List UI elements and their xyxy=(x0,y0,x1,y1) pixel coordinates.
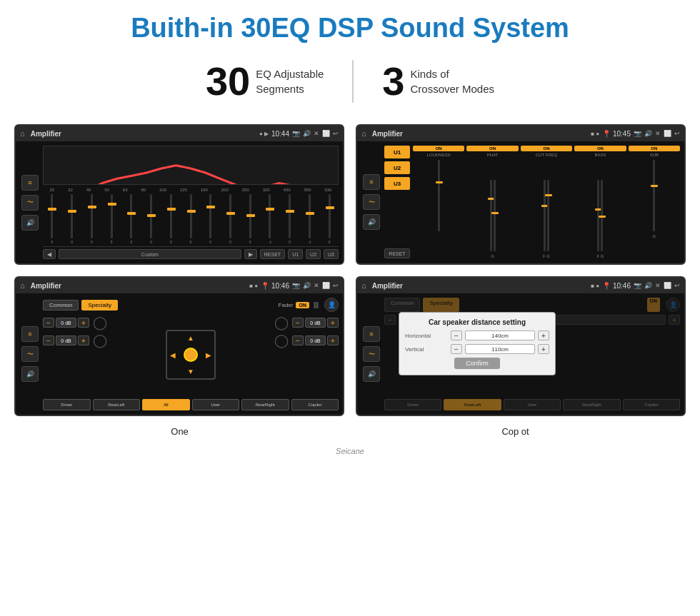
screen3-time: 📍 10:46 xyxy=(261,282,289,290)
eq-slider-3[interactable]: 0 xyxy=(82,194,101,244)
eq-side-btn3[interactable]: 🔊 xyxy=(21,215,39,231)
eq-reset-btn[interactable]: RESET xyxy=(260,249,285,259)
back-icon-2[interactable]: ↩ xyxy=(674,130,680,137)
eq-u1-btn[interactable]: U1 xyxy=(288,249,303,259)
fader-side-btn2[interactable]: 〜 xyxy=(21,346,39,362)
home-icon-4[interactable]: ⌂ xyxy=(361,281,366,290)
tab-specialty[interactable]: Specialty xyxy=(81,300,117,310)
home-icon[interactable]: ⌂ xyxy=(20,129,25,138)
tab4-specialty: Specialty xyxy=(423,298,459,312)
confirm-button[interactable]: Confirm xyxy=(454,358,500,369)
back-icon-3[interactable]: ↩ xyxy=(333,282,339,289)
dist-h-plus[interactable]: + xyxy=(538,330,549,340)
cx-side-btn3[interactable]: 🔊 xyxy=(363,214,380,230)
fader-controls-right: ◯ − 0 dB + ◯ − 0 dB + xyxy=(274,315,339,395)
db-plus-3[interactable]: + xyxy=(327,318,339,328)
dist-v-val: 110cm xyxy=(465,344,535,354)
screen1-time: 10:44 xyxy=(271,130,289,138)
cx-reset-btn[interactable]: RESET xyxy=(384,248,410,258)
eq-slider-4[interactable]: 5 xyxy=(102,194,121,244)
back-icon[interactable]: ↩ xyxy=(333,130,339,137)
cx-side-btn1[interactable]: ≡ xyxy=(363,174,380,190)
fader-controls-left: − 0 dB + ◯ − 0 dB + ◯ xyxy=(43,315,107,395)
eq-slider-14[interactable]: -1 xyxy=(301,194,319,244)
home-icon-3[interactable]: ⌂ xyxy=(20,281,25,290)
screen-eq: ⌂ Amplifier ● ▶ 10:44 📷 🔊 ✕ ⬜ ↩ ≡ 〜 🔊 xyxy=(14,124,344,265)
cx-on-sub[interactable]: ON xyxy=(629,146,680,151)
eq-slider-1[interactable]: 0 xyxy=(43,194,61,244)
screen1-content: ≡ 〜 🔊 25 32 40 50 63 80 xyxy=(16,141,343,263)
eq-slider-10[interactable]: 0 xyxy=(221,194,240,244)
home-icon-2[interactable]: ⌂ xyxy=(361,129,366,138)
screen-crossover: ⌂ Amplifier ■ ● 📍 10:45 📷 🔊 ✕ ⬜ ↩ ≡ 〜 🔊 … xyxy=(356,124,686,265)
eq-slider-5[interactable]: 0 xyxy=(122,194,141,244)
freq-25: 25 xyxy=(49,188,54,192)
eq-slider-13[interactable]: 0 xyxy=(281,194,299,244)
eq-slider-11[interactable]: 0 xyxy=(241,194,259,244)
btn-all[interactable]: All xyxy=(142,399,190,410)
fullscreen-icon-4: ⬜ xyxy=(664,282,671,289)
btn-copilot[interactable]: Copilot xyxy=(291,399,339,410)
eq-bottom-bar: ◀ Custom ▶ RESET U1 U2 U3 xyxy=(43,246,339,259)
fader-side-btn1[interactable]: ≡ xyxy=(21,326,39,342)
cx-u1-btn[interactable]: U1 xyxy=(384,146,410,158)
cx-u2-btn[interactable]: U2 xyxy=(384,161,410,174)
fader-bottom-btns: Driver RearLeft All User RearRight Copil… xyxy=(43,399,339,410)
db-plus-4[interactable]: + xyxy=(327,335,339,345)
speaker-rr-icon: ◯ xyxy=(274,333,289,348)
eq-slider-6[interactable]: 0 xyxy=(142,194,161,244)
eq-slider-12[interactable]: -1 xyxy=(261,194,279,244)
stats-row: 30 EQ AdjustableSegments 3 Kinds ofCross… xyxy=(0,51,700,117)
btn-driver[interactable]: Driver xyxy=(43,399,91,410)
btn-user[interactable]: User xyxy=(192,399,240,410)
dist-side-btn3[interactable]: 🔊 xyxy=(363,366,380,382)
cx-u3-btn[interactable]: U3 xyxy=(384,177,410,190)
back-icon-4[interactable]: ↩ xyxy=(674,282,680,289)
screen3-content: ≡ 〜 🔊 Common Specialty Fader ON ||| 👤 − xyxy=(16,293,343,415)
dist-h-minus[interactable]: − xyxy=(451,330,462,340)
joystick-right-arrow: ▶ xyxy=(206,351,211,359)
eq-side-btn2[interactable]: 〜 xyxy=(21,195,39,211)
fader-person-icon[interactable]: 👤 xyxy=(324,298,339,312)
eq-slider-8[interactable]: 0 xyxy=(181,194,200,244)
dist-side-btn2[interactable]: 〜 xyxy=(363,346,380,362)
eq-slider-7[interactable]: 0 xyxy=(161,194,180,244)
cx-side-btn2[interactable]: 〜 xyxy=(363,194,380,210)
db-minus-2[interactable]: − xyxy=(43,335,54,345)
btn-rear-left[interactable]: RearLeft xyxy=(93,399,141,410)
eq-u2-btn[interactable]: U2 xyxy=(306,249,321,259)
dist-v-minus[interactable]: − xyxy=(451,344,462,354)
db-minus-1[interactable]: − xyxy=(43,318,54,328)
db-minus-4[interactable]: − xyxy=(292,335,304,345)
joystick-up-arrow: ▲ xyxy=(187,334,194,342)
btn4-copilot: Copilot xyxy=(623,399,680,410)
cx-on-bass[interactable]: ON xyxy=(574,146,626,151)
fader-on-toggle[interactable]: ON xyxy=(296,302,309,308)
joystick[interactable]: ▲ ▼ ◀ ▶ xyxy=(166,330,216,380)
crossover-left-btns: U1 U2 U3 RESET xyxy=(384,146,410,258)
eq-side-btn1[interactable]: ≡ xyxy=(21,175,39,191)
eq-next-btn[interactable]: ▶ xyxy=(244,249,257,259)
db-plus-1[interactable]: + xyxy=(78,318,89,328)
cx-on-cutfreq[interactable]: ON xyxy=(521,146,572,151)
crossover-text: Kinds ofCrossover Modes xyxy=(410,66,494,96)
eq-slider-2[interactable]: 0 xyxy=(63,194,81,244)
cx-on-phat[interactable]: ON xyxy=(466,146,518,151)
tab-common[interactable]: Common xyxy=(43,300,79,310)
cx-on-loudness[interactable]: ON xyxy=(413,146,464,151)
dist-side-btn1[interactable]: ≡ xyxy=(363,326,380,342)
crossover-main: U1 U2 U3 RESET ON LOUDNESS xyxy=(384,146,680,258)
screen4-side-controls: ≡ 〜 🔊 xyxy=(361,298,381,410)
eq-slider-9[interactable]: 0 xyxy=(201,194,220,244)
screen4-bar-icons: 📷 🔊 ✕ ⬜ ↩ xyxy=(634,282,680,289)
db-minus-3[interactable]: − xyxy=(292,318,304,328)
eq-u3-btn[interactable]: U3 xyxy=(324,249,339,259)
eq-prev-btn[interactable]: ◀ xyxy=(43,249,56,259)
screen4-bar: ⌂ Amplifier ■ ● 📍 10:46 📷 🔊 ✕ ⬜ ↩ xyxy=(357,278,684,293)
db-plus-2[interactable]: + xyxy=(78,335,89,345)
fader-side-btn3[interactable]: 🔊 xyxy=(21,366,39,382)
btn-rear-right[interactable]: RearRight xyxy=(241,399,289,410)
dist-v-plus[interactable]: + xyxy=(538,344,549,354)
eq-slider-15[interactable]: 0 xyxy=(320,194,339,244)
joystick-dot xyxy=(184,348,198,362)
